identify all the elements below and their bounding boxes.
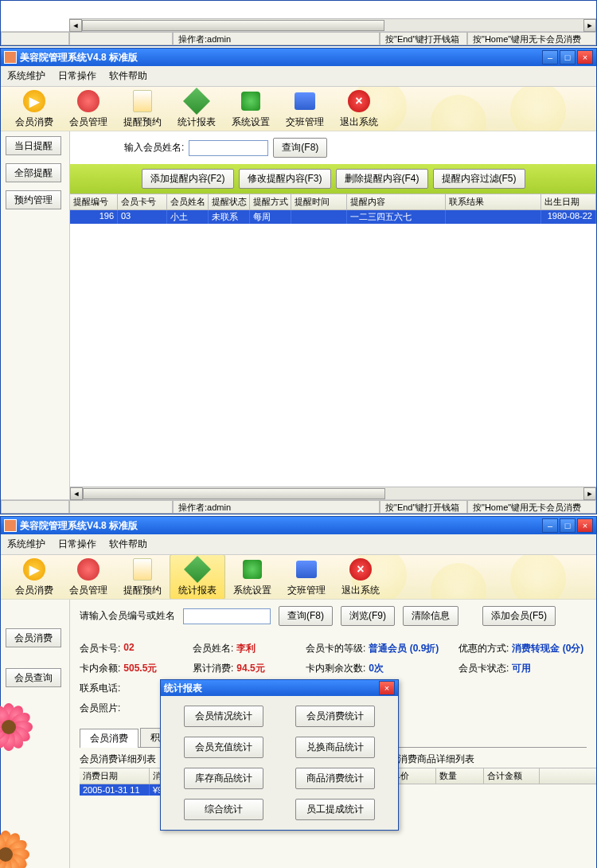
filter-remind-button[interactable]: 提醒内容过滤(F5): [433, 169, 525, 189]
list2-header: 单价 数量 合计金额: [388, 768, 596, 784]
status-operator: 操作者:admin: [173, 500, 380, 514]
chart-icon: [183, 88, 210, 115]
delete-remind-button[interactable]: 删除提醒内容(F4): [336, 169, 428, 189]
window-reminders: 美容院管理系统V4.8 标准版 – □ × 系统维护 日常操作 软件帮助 ▶会员…: [0, 48, 597, 514]
dialog-close-button[interactable]: ×: [379, 681, 395, 695]
edit-remind-button[interactable]: 修改提醒内容(F3): [239, 169, 331, 189]
statusbar: 操作者:admin 按"End"键打开钱箱 按"Home"键用无卡会员消费: [1, 499, 596, 514]
side-consume[interactable]: 会员消费: [6, 628, 61, 647]
stats-member-info[interactable]: 会员情况统计: [184, 706, 263, 727]
menu-help[interactable]: 软件帮助: [106, 68, 150, 84]
phone-label: 联系电话:: [80, 682, 120, 695]
minimize-button[interactable]: –: [542, 518, 558, 533]
maximize-button[interactable]: □: [560, 50, 576, 65]
dialog-title: 统计报表: [164, 682, 379, 695]
window-title: 美容院管理系统V4.8 标准版: [20, 51, 542, 65]
remain-count: 0次: [369, 662, 384, 675]
scroll-right[interactable]: ►: [583, 487, 596, 500]
stats-staff-commission[interactable]: 员工提成统计: [295, 799, 375, 820]
statusbar: 操作者:admin 按"End"键打开钱箱 按"Home"键用无卡会员消费: [1, 31, 596, 45]
stats-consume[interactable]: 会员消费统计: [295, 706, 375, 727]
side-member-query[interactable]: 会员查询: [6, 668, 61, 687]
user-icon: [77, 558, 100, 581]
menu-daily[interactable]: 日常操作: [55, 68, 100, 84]
scroll-right[interactable]: ►: [583, 19, 596, 32]
gear-icon: [243, 560, 262, 579]
menubar: 系统维护 日常操作 软件帮助: [1, 534, 596, 555]
dialog-titlebar[interactable]: 统计报表 ×: [161, 680, 398, 696]
card-level: 普通会员 (0.9折): [369, 642, 439, 655]
flower-icon: [0, 703, 33, 751]
tool-remind[interactable]: 提醒预约: [115, 87, 170, 131]
photo-label: 会员照片:: [80, 702, 120, 715]
menu-system[interactable]: 系统维护: [4, 536, 49, 553]
minimize-button[interactable]: –: [542, 50, 558, 65]
discount-type: 消费转现金 (0分): [512, 642, 583, 655]
tool-stats[interactable]: 统计报表: [170, 555, 225, 600]
titlebar[interactable]: 美容院管理系统V4.8 标准版 – □ ×: [1, 49, 596, 66]
note-icon: [133, 558, 152, 581]
swap-icon: [296, 561, 317, 578]
stats-combined[interactable]: 综合统计: [184, 799, 263, 820]
tool-consume[interactable]: ▶会员消费: [7, 555, 61, 599]
close-button[interactable]: ×: [577, 50, 593, 65]
query-button[interactable]: 查询(F8): [279, 606, 333, 626]
titlebar[interactable]: 美容院管理系统V4.8 标准版 – □ ×: [1, 517, 596, 534]
status-hint1: 按"End"键打开钱箱: [380, 32, 467, 45]
stats-product-consume[interactable]: 商品消费统计: [295, 768, 375, 789]
stats-inventory[interactable]: 库存商品统计: [184, 768, 263, 789]
side-today-remind[interactable]: 当日提醒: [6, 136, 61, 155]
maximize-button[interactable]: □: [560, 518, 576, 533]
add-member-button[interactable]: 添加会员(F5): [482, 606, 556, 626]
add-remind-button[interactable]: 添加提醒内容(F2): [142, 169, 234, 189]
side-all-remind[interactable]: 全部提醒: [6, 163, 61, 182]
query-button[interactable]: 查询(F8): [273, 138, 327, 158]
scrollbar-h[interactable]: ◄ ►: [70, 487, 596, 499]
browse-button[interactable]: 浏览(F9): [341, 606, 395, 626]
member-name-input[interactable]: [189, 140, 268, 156]
note-icon: [133, 90, 152, 112]
tab-consume[interactable]: 会员消费: [80, 729, 139, 748]
status-hint2: 按"Home"键用无卡会员消费: [467, 32, 596, 45]
tool-exit[interactable]: ×退出系统: [334, 555, 388, 599]
stats-recharge[interactable]: 会员充值统计: [184, 737, 263, 758]
tool-consume[interactable]: ▶会员消费: [7, 87, 61, 131]
tool-exit[interactable]: ×退出系统: [332, 87, 386, 131]
scroll-left[interactable]: ◄: [69, 19, 82, 32]
action-bar: 添加提醒内容(F2) 修改提醒内容(F3) 删除提醒内容(F4) 提醒内容过滤(…: [70, 164, 596, 194]
tool-members[interactable]: 会员管理: [61, 87, 115, 131]
scroll-thumb[interactable]: [83, 488, 385, 499]
tool-stats[interactable]: 统计报表: [170, 87, 224, 131]
toolbar: ▶会员消费 会员管理 提醒预约 统计报表 系统设置 交班管理 ×退出系统: [1, 87, 596, 131]
app-icon: [4, 519, 17, 532]
scroll-left[interactable]: ◄: [70, 487, 83, 500]
toolbar: ▶会员消费 会员管理 提醒预约 统计报表 系统设置 交班管理 ×退出系统: [1, 555, 596, 600]
stats-exchange[interactable]: 兑换商品统计: [295, 737, 375, 758]
window-remnant: ◄ ► 操作者:admin 按"End"键打开钱箱 按"Home"键用无卡会员消…: [0, 0, 597, 46]
query-label: 输入会员姓名:: [124, 141, 184, 154]
menu-help[interactable]: 软件帮助: [106, 536, 150, 553]
scroll-thumb[interactable]: [82, 20, 384, 31]
tool-shift[interactable]: 交班管理: [278, 87, 332, 131]
card-status: 可用: [512, 662, 531, 675]
table-row[interactable]: 196 03 小土 未联系 每周 一二三四五六七 1980-08-22: [70, 210, 596, 224]
sidebar: 会员消费 会员查询: [1, 600, 69, 868]
clear-button[interactable]: 清除信息: [403, 606, 458, 626]
grid-header: 提醒编号 会员卡号 会员姓名 提醒状态 提醒方式 提醒时间 提醒内容 联系结果 …: [70, 194, 596, 210]
tool-members[interactable]: 会员管理: [61, 555, 115, 599]
tool-remind[interactable]: 提醒预约: [115, 555, 170, 599]
member-id-input[interactable]: [183, 608, 271, 624]
tool-shift[interactable]: 交班管理: [279, 555, 334, 599]
close-button[interactable]: ×: [577, 518, 593, 533]
swap-icon: [295, 92, 315, 110]
play-icon: ▶: [23, 558, 45, 581]
menu-daily[interactable]: 日常操作: [55, 536, 100, 553]
side-appointment[interactable]: 预约管理: [6, 190, 61, 209]
app-icon: [4, 51, 17, 64]
balance: 505.5元: [123, 662, 157, 675]
member-name: 李利: [236, 642, 256, 655]
menu-system[interactable]: 系统维护: [4, 68, 49, 84]
tool-settings[interactable]: 系统设置: [225, 555, 279, 599]
exit-icon: ×: [349, 558, 372, 581]
tool-settings[interactable]: 系统设置: [224, 87, 278, 131]
